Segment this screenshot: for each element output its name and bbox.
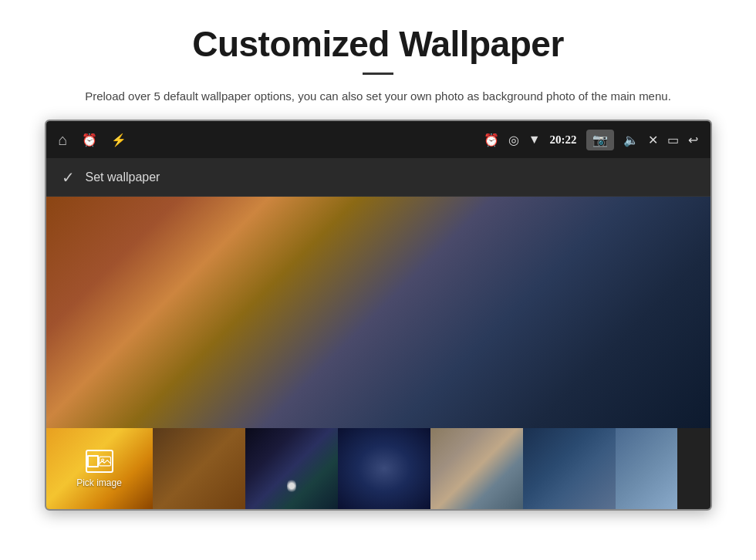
thumbnail-strip: Pick image xyxy=(46,428,710,509)
status-right: ⏰ ◎ ▼ 20:22 📷 🔈 ✕ ▭ ↩ xyxy=(484,130,698,150)
usb-icon: ⚡ xyxy=(111,133,127,147)
wallpaper-thumb-3[interactable] xyxy=(338,428,430,509)
home-icon[interactable]: ⌂ xyxy=(59,131,68,149)
title-divider xyxy=(363,73,393,75)
alarm-icon: ⏰ xyxy=(82,133,97,147)
status-time: 20:22 xyxy=(550,133,577,147)
location-icon: ◎ xyxy=(508,133,519,147)
wallpaper-thumb-4[interactable] xyxy=(430,428,523,509)
set-wallpaper-label: Set wallpaper xyxy=(86,170,160,184)
wallpaper-thumb-1[interactable] xyxy=(153,428,245,509)
alarm-right-icon: ⏰ xyxy=(484,133,499,147)
wallpaper-thumb-6[interactable] xyxy=(616,428,677,509)
wallpaper-bar: ✓ Set wallpaper xyxy=(46,158,710,197)
close-icon[interactable]: ✕ xyxy=(648,133,658,147)
page-title: Customized Wallpaper xyxy=(192,23,564,65)
status-left: ⌂ ⏰ ⚡ xyxy=(59,131,127,149)
pick-image-icon xyxy=(86,450,113,473)
back-icon[interactable]: ↩ xyxy=(688,133,698,147)
device-frame: ⌂ ⏰ ⚡ ⏰ ◎ ▼ 20:22 📷 🔈 ✕ ▭ ↩ ✓ xyxy=(45,120,712,511)
app-content: ✓ Set wallpaper Pick image xyxy=(46,158,710,509)
wallpaper-preview xyxy=(46,197,710,428)
page-wrapper: Customized Wallpaper Preload over 5 defa… xyxy=(0,0,756,560)
pick-image-label: Pick image xyxy=(76,477,122,488)
check-icon: ✓ xyxy=(62,168,75,187)
wallpaper-thumb-5[interactable] xyxy=(523,428,616,509)
status-bar: ⌂ ⏰ ⚡ ⏰ ◎ ▼ 20:22 📷 🔈 ✕ ▭ ↩ xyxy=(46,121,710,158)
camera-icon[interactable]: 📷 xyxy=(586,130,614,150)
pick-image-button[interactable]: Pick image xyxy=(46,428,153,509)
page-subtitle: Preload over 5 default wallpaper options… xyxy=(85,87,671,106)
volume-icon[interactable]: 🔈 xyxy=(623,133,639,147)
wallpaper-thumb-2[interactable] xyxy=(245,428,338,509)
window-icon[interactable]: ▭ xyxy=(667,133,679,147)
wifi-icon: ▼ xyxy=(528,133,541,147)
